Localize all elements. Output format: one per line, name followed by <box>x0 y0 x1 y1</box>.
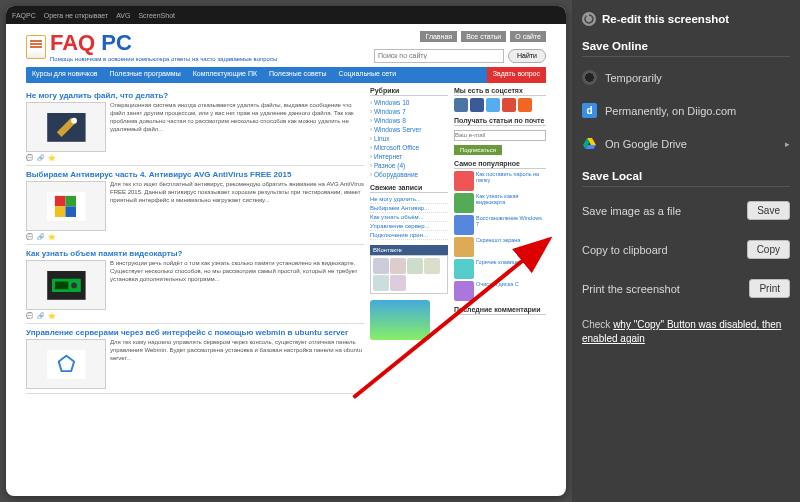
tab: FAQPC <box>12 12 36 19</box>
post-meta: 💬🔗⭐ <box>26 233 364 240</box>
svg-rect-5 <box>54 206 65 217</box>
save-button[interactable]: Save <box>747 201 790 220</box>
rubric-link[interactable]: Разное (4) <box>370 161 448 170</box>
rubric-link[interactable]: Интернет <box>370 152 448 161</box>
rubric-link[interactable]: Windows Server <box>370 125 448 134</box>
post: Как узнать объем памяти видеокарты? В ин… <box>26 245 364 324</box>
search-button[interactable]: Найти <box>508 49 546 63</box>
logo-icon <box>26 35 46 59</box>
svg-rect-9 <box>54 281 67 289</box>
copy-info-note: Check why "Copy" Button was disabled, th… <box>582 312 790 346</box>
copy-button[interactable]: Copy <box>747 240 790 259</box>
middle-sidebar: Рубрики Windows 10 Windows 7 Windows 8 W… <box>370 87 448 394</box>
gdrive-icon <box>582 136 597 151</box>
social-heading: Мы есть в соцсетях <box>454 87 546 96</box>
email-input[interactable] <box>454 130 546 141</box>
recent-link[interactable]: Не могу удалить... <box>370 195 448 204</box>
reedit-label: Re-edit this screenshot <box>602 13 729 25</box>
post-title[interactable]: Как узнать объем памяти видеокарты? <box>26 249 364 258</box>
logo-text-pc: PC <box>95 30 132 55</box>
svg-rect-3 <box>54 196 65 207</box>
site-logo[interactable]: FAQ PC Помощь новичкам в освоении компью… <box>26 30 277 63</box>
rubric-link[interactable]: Windows 8 <box>370 116 448 125</box>
comments-heading: Последние комментарии <box>454 306 546 315</box>
popular-link[interactable]: Как поставить пароль на папку <box>476 171 546 191</box>
rss-icon[interactable] <box>518 98 532 112</box>
copy-clipboard-label: Copy to clipboard <box>582 244 668 256</box>
post: Управление серверами через веб интерфейс… <box>26 324 364 394</box>
popular-link[interactable]: Скриншот экрана <box>476 237 520 257</box>
tw-icon[interactable] <box>486 98 500 112</box>
post-excerpt: Для тех кто ищет бесплатный антивирус, р… <box>110 181 364 231</box>
nav-item[interactable]: Полезные программы <box>104 67 187 83</box>
nav-item[interactable]: Комплектующие ПК <box>187 67 263 83</box>
print-button[interactable]: Print <box>749 279 790 298</box>
post-excerpt: В инструкции речь пойдёт о том как узнат… <box>110 260 364 310</box>
save-file-label: Save image as a file <box>582 205 681 217</box>
save-local-heading: Save Local <box>582 164 790 187</box>
undo-icon <box>582 12 596 26</box>
top-link[interactable]: О сайте <box>510 31 546 42</box>
recent-link[interactable]: Управление сервер... <box>370 222 448 231</box>
reedit-button[interactable]: Re-edit this screenshot <box>582 12 790 26</box>
option-gdrive[interactable]: On Google Drive ▸ <box>582 131 790 156</box>
rubric-link[interactable]: Оборудование <box>370 170 448 179</box>
option-diigo[interactable]: d Permanently, on Diigo.com <box>582 98 790 123</box>
option-temporarily[interactable]: Temporarily <box>582 65 790 90</box>
counter-widget <box>370 300 430 340</box>
gp-icon[interactable] <box>502 98 516 112</box>
top-link[interactable]: Все статьи <box>461 31 506 42</box>
nav-item-cta[interactable]: Задать вопрос <box>487 67 546 83</box>
clock-icon <box>582 70 597 85</box>
subscribe-heading: Получать статьи по почте <box>454 117 546 126</box>
nav-item[interactable]: Курсы для новичков <box>26 67 104 83</box>
post-title[interactable]: Не могу удалить файл, что делать? <box>26 91 364 100</box>
post-thumb <box>26 260 106 310</box>
chevron-right-icon: ▸ <box>785 139 790 149</box>
rubrics-heading: Рубрики <box>370 87 448 96</box>
popular-link[interactable]: Восстановление Windows 7 <box>476 215 546 235</box>
svg-rect-6 <box>65 206 76 217</box>
vk-icon[interactable] <box>454 98 468 112</box>
post-title[interactable]: Выбираем Антивирус часть 4. Антивирус AV… <box>26 170 364 179</box>
option-label: Permanently, on Diigo.com <box>605 105 736 117</box>
browser-topbar: FAQPC Opera не открывает AVG ScreenShot <box>6 6 566 24</box>
recent-link[interactable]: Как узнать объём... <box>370 213 448 222</box>
svg-rect-4 <box>65 196 76 207</box>
post-title[interactable]: Управление серверами через веб интерфейс… <box>26 328 364 337</box>
recent-link[interactable]: Подключение прин... <box>370 231 448 240</box>
nav-item[interactable]: Полезные советы <box>263 67 333 83</box>
right-sidebar: Мы есть в соцсетях Получать статьи по по… <box>454 87 546 394</box>
fb-icon[interactable] <box>470 98 484 112</box>
recent-heading: Свежие записи <box>370 184 448 193</box>
subscribe-button[interactable]: Подписаться <box>454 145 502 155</box>
diigo-icon: d <box>582 103 597 118</box>
nav-item[interactable]: Социальные сети <box>333 67 403 83</box>
rubric-link[interactable]: Windows 7 <box>370 107 448 116</box>
post-thumb <box>26 339 106 389</box>
option-label: Temporarily <box>605 72 662 84</box>
rubric-link[interactable]: Windows 10 <box>370 98 448 107</box>
popular-link[interactable]: Как узнать какая видеокарта <box>476 193 546 213</box>
svg-point-1 <box>71 118 77 124</box>
tab: ScreenShot <box>138 12 175 19</box>
post-meta: 💬🔗⭐ <box>26 312 364 319</box>
note-prefix: Check <box>582 319 613 330</box>
save-online-heading: Save Online <box>582 34 790 57</box>
rubric-link[interactable]: Linux <box>370 134 448 143</box>
rubric-link[interactable]: Microsoft Office <box>370 143 448 152</box>
post-excerpt: Операционная система иногда отказывается… <box>110 102 364 152</box>
popular-heading: Самое популярное <box>454 160 546 169</box>
popular-link[interactable]: Горячие клавиши <box>476 259 520 279</box>
logo-subtitle: Помощь новичкам в освоении компьютера от… <box>50 56 277 63</box>
extension-panel: Re-edit this screenshot Save Online Temp… <box>572 0 800 502</box>
post: Выбираем Антивирус часть 4. Антивирус AV… <box>26 166 364 245</box>
popular-link[interactable]: Очистка диска C <box>476 281 519 301</box>
recent-link[interactable]: Выбираем Антивир... <box>370 204 448 213</box>
top-link[interactable]: Главная <box>420 31 457 42</box>
logo-text-faq: FAQ <box>50 30 95 55</box>
post-thumb <box>26 102 106 152</box>
vk-widget-header: ВКонтакте <box>370 245 448 255</box>
search-input[interactable] <box>374 49 504 63</box>
main-nav: Курсы для новичков Полезные программы Ко… <box>26 67 546 83</box>
